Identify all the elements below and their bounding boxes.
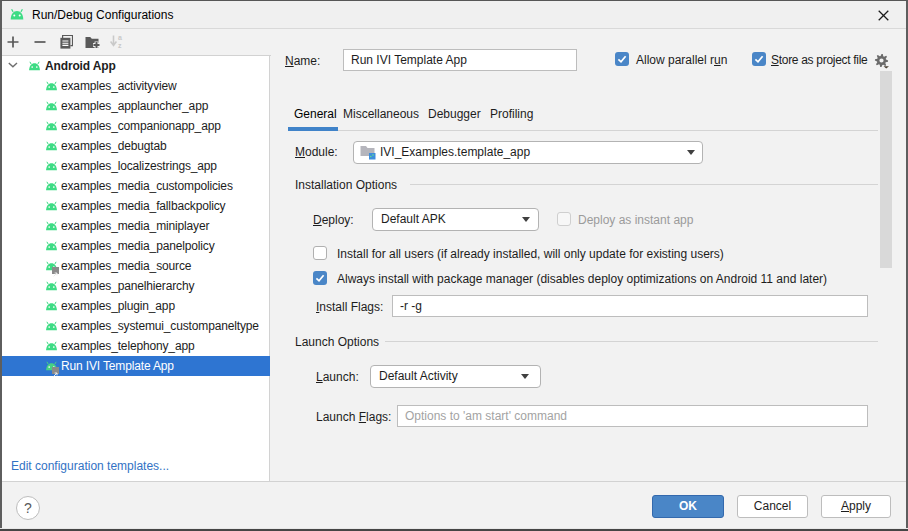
svg-text:a: a: [118, 35, 122, 41]
svg-text:z: z: [118, 42, 122, 49]
